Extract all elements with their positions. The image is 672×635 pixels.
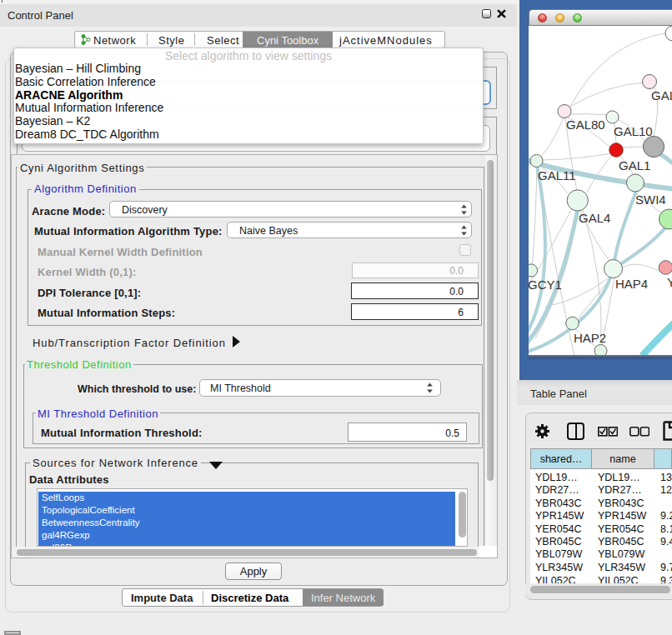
svg-text:HAP4: HAP4 [615,277,648,291]
svg-text:GAL11: GAL11 [538,168,576,182]
svg-text:YE: YE [667,275,672,289]
svg-text:GAL1: GAL1 [619,158,650,172]
svg-text:HAP2: HAP2 [574,331,606,345]
svg-text:GAL10: GAL10 [614,124,653,138]
svg-text:GAL2: GAL2 [651,88,672,102]
svg-text:GAL4: GAL4 [579,211,610,225]
svg-text:SWI4: SWI4 [635,192,666,207]
svg-text:GCY1: GCY1 [529,278,562,292]
svg-text:GAL80: GAL80 [566,118,605,132]
